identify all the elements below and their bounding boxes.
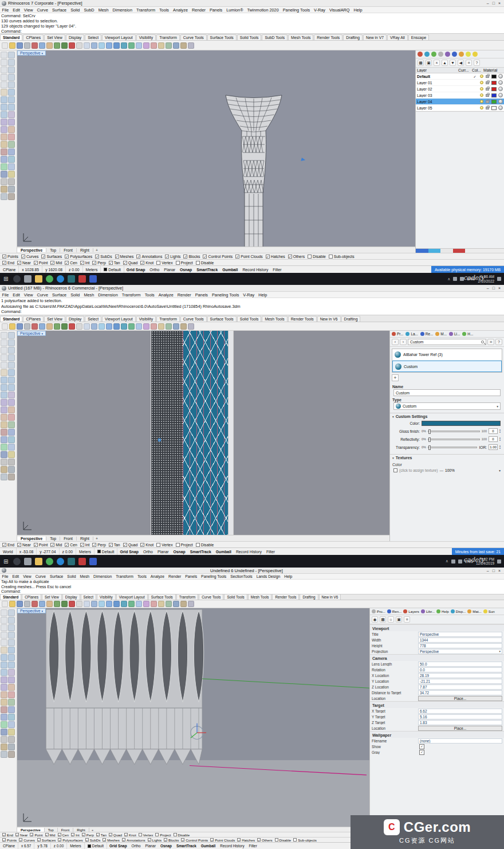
menu-item[interactable]: Paneling Tools	[281, 7, 312, 13]
menu-item[interactable]: View	[22, 292, 35, 298]
menu-item[interactable]: Edit	[10, 574, 21, 578]
status-toggle[interactable]: Grid Snap	[124, 268, 147, 272]
material-name-input[interactable]: Custom	[393, 389, 501, 396]
extrude-icon[interactable]	[8, 377, 15, 384]
menu-item[interactable]: Help	[352, 7, 364, 13]
group-icon[interactable]	[180, 42, 187, 49]
paste-icon[interactable]	[46, 323, 53, 330]
layer-row[interactable]: Default ✓	[416, 73, 504, 80]
panel-tab[interactable]: M...	[435, 332, 447, 336]
osnap-checkbox[interactable]: Cen	[65, 261, 77, 265]
hide-icon[interactable]	[1, 736, 7, 743]
split-icon[interactable]	[158, 42, 164, 49]
status-cell[interactable]: Default	[101, 266, 124, 273]
ellipse-icon[interactable]	[8, 74, 15, 81]
menu-item[interactable]: Dimension	[96, 292, 120, 298]
join-tool-icon[interactable]	[8, 141, 15, 148]
menu-item[interactable]: Curve	[35, 292, 50, 298]
osnap-checkbox[interactable]: End	[2, 261, 14, 265]
minimize-button[interactable]: –	[487, 286, 489, 290]
offset-icon[interactable]	[166, 42, 172, 49]
split-tool-icon[interactable]	[1, 699, 7, 706]
status-toggle[interactable]: Record History	[218, 844, 246, 848]
ellipse-icon[interactable]	[8, 632, 15, 639]
cut-icon[interactable]	[32, 601, 38, 607]
toolbar-tab[interactable]: Display	[62, 594, 80, 600]
osnap-checkbox[interactable]: Knot	[140, 543, 153, 547]
menu-item[interactable]: Solid	[65, 574, 78, 578]
explode-icon[interactable]	[1, 148, 7, 155]
filter-checkbox[interactable]: Control Points	[181, 838, 208, 842]
minimize-button[interactable]: –	[487, 569, 489, 573]
filter-checkbox[interactable]: Lights	[165, 255, 180, 259]
rotate-icon[interactable]	[121, 601, 127, 607]
toolbar-tab[interactable]: Transform	[156, 316, 180, 322]
search-icon[interactable]	[13, 275, 21, 283]
start-button[interactable]	[0, 558, 11, 565]
osnap-checkbox[interactable]: Tan	[109, 261, 120, 265]
osnap-checkbox[interactable]: Quad	[123, 261, 138, 265]
panel-tab[interactable]: Li...	[449, 332, 460, 336]
delete-layer-icon[interactable]: ×	[434, 60, 440, 66]
osnap-checkbox[interactable]: Disable	[196, 543, 214, 547]
toolbar-tab[interactable]: Mesh Tools	[288, 34, 313, 40]
panel-tab[interactable]: La...	[405, 332, 418, 336]
paste-icon[interactable]	[46, 601, 53, 607]
select-icon[interactable]	[76, 323, 82, 330]
cut-icon[interactable]	[32, 42, 38, 49]
status-toggle[interactable]: Gumball	[199, 844, 218, 848]
rotate-view-icon[interactable]	[99, 601, 105, 607]
layers-tab-icon[interactable]	[424, 52, 430, 57]
toolbar-tab[interactable]: Render Tools	[288, 316, 317, 322]
split-icon[interactable]	[158, 601, 164, 607]
vray-icon[interactable]	[89, 275, 97, 283]
hatch-icon[interactable]	[1, 193, 7, 200]
material-search-input[interactable]: Custom	[408, 339, 486, 345]
status-cell[interactable]: World	[0, 548, 17, 555]
close-button[interactable]: ×	[498, 286, 501, 290]
menu-item[interactable]: View	[22, 7, 35, 13]
menu-item[interactable]: Analyze	[171, 7, 190, 13]
menu-item[interactable]: SubD	[82, 7, 96, 13]
revolve-icon[interactable]	[1, 662, 7, 668]
copy-object-icon[interactable]	[113, 323, 120, 330]
join-tool-icon[interactable]	[8, 421, 15, 428]
property-value[interactable]: (none)	[418, 738, 502, 744]
save-icon[interactable]	[17, 323, 23, 330]
filter-checkbox[interactable]: SubDs	[95, 255, 112, 259]
menu-item[interactable]: Dimension	[92, 574, 114, 578]
layer-visibility-bulb-icon[interactable]	[480, 106, 483, 109]
material-type-dropdown[interactable]: Custom	[393, 402, 501, 410]
material-list-item[interactable]: Custom	[392, 361, 502, 372]
layer-material-icon[interactable]	[498, 99, 503, 104]
toolbar-tab[interactable]: Visibility	[136, 316, 156, 322]
move-tool-icon[interactable]	[8, 429, 15, 436]
filter-checkbox[interactable]: Polysurfaces	[58, 838, 82, 842]
toolbar-tab[interactable]: Select	[85, 316, 101, 322]
camera-properties-icon[interactable]: ▣	[396, 616, 402, 623]
dimension-icon[interactable]	[8, 744, 15, 750]
layer-material-icon[interactable]	[498, 105, 503, 110]
menu-item[interactable]: Transform	[114, 574, 136, 578]
osnap-checkbox[interactable]: Int	[71, 833, 80, 837]
osnap-checkbox[interactable]: Int	[80, 543, 90, 547]
menu-item[interactable]: Surface	[50, 7, 69, 13]
arc-icon[interactable]	[1, 354, 7, 361]
block-icon[interactable]	[8, 474, 15, 480]
toolbar-tab[interactable]: Enscape	[408, 34, 429, 40]
undo-icon[interactable]	[54, 323, 60, 330]
layer-visibility-bulb-icon[interactable]	[480, 75, 483, 78]
arc-icon[interactable]	[1, 74, 7, 81]
group-tool-icon[interactable]	[1, 744, 7, 750]
layer-visibility-bulb-icon[interactable]	[480, 100, 483, 103]
layer-color-swatch[interactable]	[491, 81, 497, 85]
boolean-union-icon[interactable]	[1, 676, 7, 683]
move-up-icon[interactable]: ▲	[442, 60, 448, 66]
osnap-checkbox[interactable]: Disable	[174, 833, 190, 837]
layer-dialog-icon[interactable]	[188, 42, 194, 49]
viewport-properties-icon[interactable]: ▦	[380, 616, 386, 623]
zoom-extents-icon[interactable]	[91, 42, 97, 49]
filter-checkbox[interactable]: Points	[2, 838, 17, 842]
fillet-icon[interactable]	[8, 406, 15, 413]
filter-checkbox[interactable]: Annotations	[122, 838, 145, 842]
